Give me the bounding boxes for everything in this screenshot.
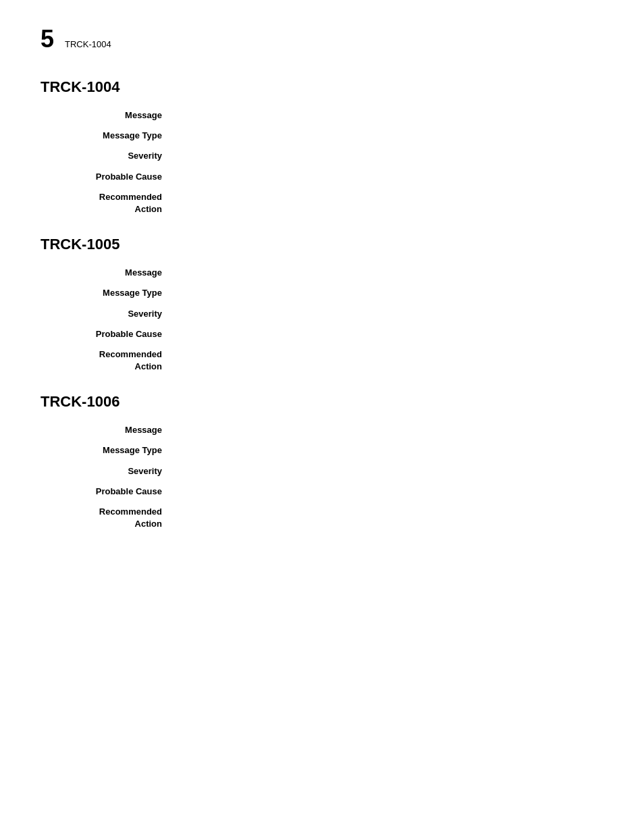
field-row-trck-1005-0: Message (41, 267, 644, 279)
field-label-trck-1004-0: Message (41, 109, 176, 122)
field-row-trck-1004-3: Probable Cause (41, 171, 644, 183)
field-label-trck-1005-3: Probable Cause (41, 328, 176, 340)
field-row-trck-1004-2: Severity (41, 150, 644, 162)
field-row-trck-1004-1: Message Type (41, 130, 644, 142)
field-label-trck-1004-4: RecommendedAction (41, 191, 176, 215)
field-label-trck-1006-0: Message (41, 424, 176, 436)
field-row-trck-1005-4: RecommendedAction (41, 348, 644, 373)
field-label-trck-1005-4: RecommendedAction (41, 348, 176, 373)
field-label-trck-1004-3: Probable Cause (41, 171, 176, 183)
field-row-trck-1006-1: Message Type (41, 444, 644, 457)
field-row-trck-1006-0: Message (41, 424, 644, 436)
field-label-trck-1006-4: RecommendedAction (41, 506, 176, 530)
entries-container: TRCK-1004MessageMessage TypeSeverityProb… (41, 78, 644, 530)
field-row-trck-1005-2: Severity (41, 308, 644, 320)
field-label-trck-1006-1: Message Type (41, 444, 176, 457)
field-label-trck-1004-2: Severity (41, 150, 176, 162)
entry-trck-1005: TRCK-1005MessageMessage TypeSeverityProb… (41, 236, 644, 373)
field-label-trck-1005-0: Message (41, 267, 176, 279)
page-header: 5 TRCK-1004 (41, 27, 644, 51)
field-row-trck-1005-1: Message Type (41, 287, 644, 299)
field-label-trck-1006-3: Probable Cause (41, 486, 176, 498)
field-label-trck-1006-2: Severity (41, 465, 176, 477)
field-row-trck-1004-4: RecommendedAction (41, 191, 644, 215)
entry-title-trck-1004: TRCK-1004 (41, 78, 644, 96)
field-label-trck-1005-1: Message Type (41, 287, 176, 299)
field-label-trck-1004-1: Message Type (41, 130, 176, 142)
field-row-trck-1006-2: Severity (41, 465, 644, 477)
page-number: 5 (41, 27, 54, 51)
field-row-trck-1005-3: Probable Cause (41, 328, 644, 340)
field-row-trck-1004-0: Message (41, 109, 644, 122)
entry-title-trck-1005: TRCK-1005 (41, 236, 644, 253)
page-code: TRCK-1004 (65, 39, 111, 49)
entry-trck-1004: TRCK-1004MessageMessage TypeSeverityProb… (41, 78, 644, 215)
field-label-trck-1005-2: Severity (41, 308, 176, 320)
entry-trck-1006: TRCK-1006MessageMessage TypeSeverityProb… (41, 393, 644, 530)
field-row-trck-1006-4: RecommendedAction (41, 506, 644, 530)
field-row-trck-1006-3: Probable Cause (41, 486, 644, 498)
entry-title-trck-1006: TRCK-1006 (41, 393, 644, 411)
